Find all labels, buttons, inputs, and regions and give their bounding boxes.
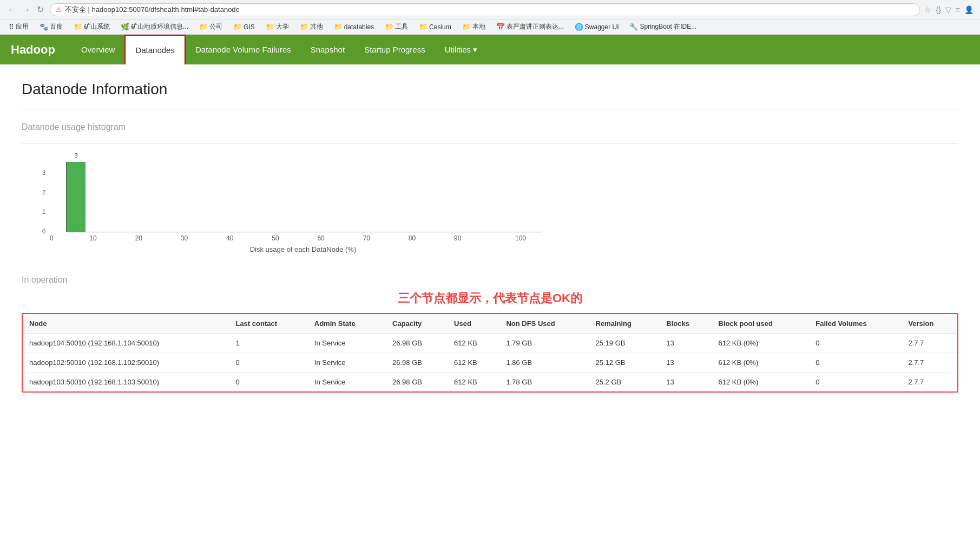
x-tick-90: 90 (435, 234, 481, 242)
folder-icon: 📁 (334, 23, 343, 31)
datanode-table: Node Last contact Admin State Capacity U… (23, 314, 957, 391)
bookmark-label: 其他 (310, 22, 323, 31)
bookmark-baidu[interactable]: 🐾 百度 (35, 21, 67, 32)
menu-icon[interactable]: ≡ (956, 5, 960, 14)
bookmark-tools[interactable]: 📁 工具 (380, 21, 412, 32)
hadoop-logo[interactable]: Hadoop (11, 43, 55, 57)
main-content: Datanode Information Datanode usage hist… (0, 64, 980, 409)
bookmark-gis[interactable]: 📁 GIS (229, 22, 259, 32)
cell-version: 2.7.7 (902, 334, 957, 353)
cell-remaining: 25.12 GB (589, 353, 660, 373)
bookmark-other[interactable]: 📁 其他 (295, 21, 327, 32)
cell-used: 612 KB (448, 373, 499, 392)
x-tick-0: 0 (50, 234, 70, 242)
bookmark-label: datatables (344, 23, 374, 31)
url-text: 不安全 | hadoop102:50070/dfshealth.html#tab… (65, 5, 914, 15)
cell-failed-volumes: 0 (809, 334, 902, 353)
folder-icon: 📁 (419, 23, 427, 31)
nav-items: Overview Datanodes Datanode Volume Failu… (71, 35, 487, 64)
bookmark-label: Swagger UI (585, 23, 619, 31)
bookmark-apps[interactable]: ⠿ 应用 (4, 21, 33, 32)
browser-bar: ← → ↻ ⚠ 不安全 | hadoop102:50070/dfshealth.… (0, 0, 980, 19)
bookmarks-bar: ⠿ 应用 🐾 百度 📁 矿山系统 🌿 矿山地质环境信息... 📁 公司 📁 GI… (0, 19, 980, 35)
browser-actions: ☆ {} ▽ ≡ 👤 (924, 5, 974, 14)
code-icon[interactable]: {} (936, 5, 940, 14)
histogram-divider (22, 143, 958, 143)
bookmark-cesium[interactable]: 📁 Cesium (415, 22, 456, 32)
y-label-0: 0 (42, 228, 45, 234)
x-tick-80: 80 (389, 234, 435, 242)
utilities-label: Utilities (445, 45, 471, 54)
col-block-pool-used: Block pool used (712, 314, 810, 334)
cell-admin-state: In Service (308, 334, 386, 353)
cell-last-contact: 1 (229, 334, 307, 353)
bookmark-label: 应用 (16, 22, 29, 31)
bookmark-university[interactable]: 📁 大学 (261, 21, 293, 32)
grid-lines (67, 162, 542, 232)
bookmark-label: 矿山地质环境信息... (131, 22, 188, 31)
cell-last-contact: 0 (229, 353, 307, 373)
bookmark-mining[interactable]: 📁 矿山系统 (69, 21, 114, 32)
cell-remaining: 25.2 GB (589, 373, 660, 392)
bookmark-label: 公司 (209, 22, 222, 31)
table-row: hadoop104:50010 (192.168.1.104:50010) 1 … (23, 334, 957, 353)
col-non-dfs-used: Non DFS Used (499, 314, 589, 334)
col-blocks: Blocks (660, 314, 712, 334)
bookmark-swagger[interactable]: 🌐 Swagger UI (570, 22, 623, 32)
cell-capacity: 26.98 GB (386, 373, 448, 392)
bookmark-regex[interactable]: 📅 表严肃讲正则表达... (492, 21, 568, 32)
bookmark-datatables[interactable]: 📁 datatables (330, 22, 378, 32)
y-axis-labels: 3 2 1 0 (32, 169, 45, 234)
bookmark-springboot[interactable]: 🔧 SpringBoot 在IDE... (625, 21, 701, 32)
refresh-button[interactable]: ↻ (35, 4, 45, 15)
col-remaining: Remaining (589, 314, 660, 334)
folder-icon: 📁 (300, 23, 308, 31)
folder-icon: 📁 (199, 23, 208, 31)
cell-failed-volumes: 0 (809, 373, 902, 392)
bookmark-label: GIS (244, 23, 255, 31)
x-tick-70: 70 (344, 234, 389, 242)
cell-version: 2.7.7 (902, 373, 957, 392)
page-title: Datanode Information (22, 81, 958, 98)
col-last-contact: Last contact (229, 314, 307, 334)
folder-icon: 📁 (266, 23, 274, 31)
title-divider (22, 109, 958, 109)
bookmark-label: Cesium (429, 23, 451, 31)
table-body: hadoop104:50010 (192.168.1.104:50010) 1 … (23, 334, 957, 392)
folder-icon: 📁 (462, 23, 471, 31)
nav-utilities[interactable]: Utilities ▾ (435, 35, 487, 64)
histogram-container: 3 2 1 0 3 0 10 20 3 (22, 156, 958, 253)
x-tick-60: 60 (298, 234, 344, 242)
cell-failed-volumes: 0 (809, 353, 902, 373)
nav-volume-failures[interactable]: Datanode Volume Failures (186, 35, 301, 64)
datanode-table-wrapper: Node Last contact Admin State Capacity U… (22, 313, 958, 393)
x-tick-10: 10 (70, 234, 116, 242)
cell-admin-state: In Service (308, 353, 386, 373)
x-tick-50: 50 (253, 234, 298, 242)
bookmark-company[interactable]: 📁 公司 (195, 21, 227, 32)
folder-icon: 📁 (385, 23, 393, 31)
back-button[interactable]: ← (6, 4, 17, 15)
star-icon[interactable]: ☆ (924, 5, 931, 14)
col-capacity: Capacity (386, 314, 448, 334)
nav-startup-progress[interactable]: Startup Progress (354, 35, 435, 64)
lock-icon: ⚠ (56, 6, 62, 14)
forward-button[interactable]: → (21, 4, 31, 15)
extensions-icon[interactable]: ▽ (945, 5, 951, 14)
bookmark-geo[interactable]: 🌿 矿山地质环境信息... (116, 21, 193, 32)
address-bar[interactable]: ⚠ 不安全 | hadoop102:50070/dfshealth.html#t… (50, 3, 920, 16)
nav-overview[interactable]: Overview (71, 35, 125, 64)
annotation-text: 三个节点都显示，代表节点是OK的 (22, 290, 958, 306)
browser-nav-icons: ← → ↻ (6, 4, 45, 15)
bar-value-label: 3 (74, 152, 77, 159)
bookmark-local[interactable]: 📁 本地 (458, 21, 490, 32)
cell-version: 2.7.7 (902, 353, 957, 373)
cell-node: hadoop103:50010 (192.168.1.103:50010) (23, 373, 229, 392)
table-row: hadoop103:50010 (192.168.1.103:50010) 0 … (23, 373, 957, 392)
nav-datanodes[interactable]: Datanodes (124, 35, 186, 64)
cell-non-dfs-used: 1.78 GB (499, 373, 589, 392)
nav-snapshot[interactable]: Snapshot (301, 35, 354, 64)
springboot-icon: 🔧 (629, 23, 638, 31)
profile-icon[interactable]: 👤 (964, 5, 974, 14)
cell-used: 612 KB (448, 353, 499, 373)
